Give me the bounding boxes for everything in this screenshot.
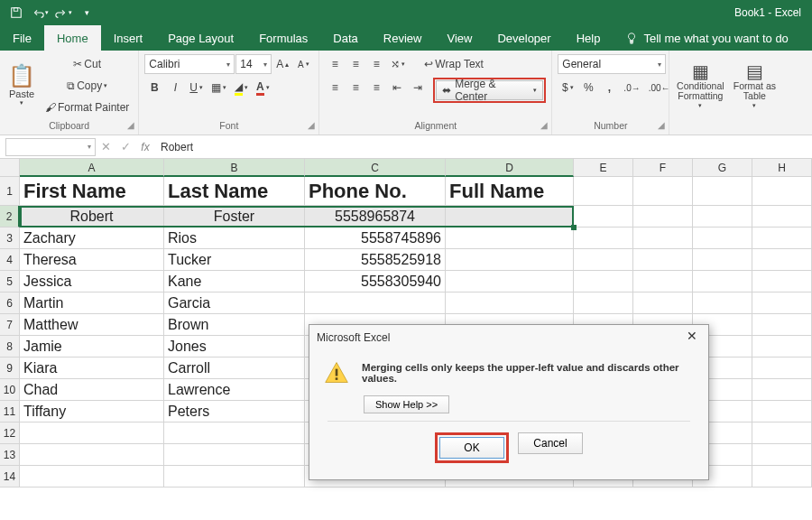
align-middle-button[interactable]: ≡ — [346, 54, 365, 74]
cell[interactable] — [164, 422, 305, 444]
cell[interactable] — [752, 422, 812, 444]
cell[interactable]: Peters — [164, 401, 305, 422]
cell[interactable] — [693, 177, 752, 206]
bold-button[interactable]: B — [144, 78, 164, 98]
cell[interactable] — [574, 271, 633, 292]
increase-font-button[interactable]: A▴ — [272, 54, 292, 74]
cell[interactable] — [633, 271, 693, 292]
row-header[interactable]: 8 — [0, 336, 20, 358]
align-right-button[interactable]: ≡ — [366, 78, 386, 98]
increase-decimal-button[interactable]: .0→ — [620, 78, 643, 98]
cell[interactable] — [574, 249, 633, 271]
comma-button[interactable]: , — [599, 78, 619, 98]
cell[interactable] — [446, 228, 574, 249]
tab-formulas[interactable]: Formulas — [246, 25, 320, 51]
number-format-combo[interactable]: General▾ — [558, 54, 666, 74]
align-top-button[interactable]: ≡ — [325, 54, 345, 74]
cell[interactable] — [305, 292, 446, 314]
enter-icon[interactable]: ✓ — [115, 140, 135, 153]
conditional-formatting-button[interactable]: ▦ Conditional Formatting▾ — [675, 54, 725, 116]
cell[interactable]: Phone No. — [305, 177, 446, 206]
cell[interactable] — [633, 206, 693, 228]
selection-handle[interactable] — [571, 225, 577, 230]
show-help-button[interactable]: Show Help >> — [364, 395, 449, 413]
cell[interactable] — [752, 336, 812, 358]
cell[interactable] — [752, 444, 812, 466]
cell[interactable]: Garcia — [164, 292, 305, 314]
borders-button[interactable]: ▦▾ — [208, 78, 230, 98]
merge-center-button[interactable]: ⬌ Merge & Center ▾ — [436, 80, 543, 100]
save-icon[interactable] — [5, 2, 27, 23]
fx-icon[interactable]: fx — [135, 141, 155, 153]
select-all-corner[interactable] — [0, 159, 20, 177]
cell[interactable]: First Name — [20, 177, 164, 206]
cell[interactable]: 5558525918 — [305, 249, 446, 271]
qat-customize-icon[interactable]: ▾ — [76, 2, 97, 23]
col-header-d[interactable]: D — [446, 159, 574, 177]
cell[interactable] — [752, 206, 812, 228]
cell[interactable]: 5558965874 — [305, 206, 446, 228]
clipboard-launcher-icon[interactable]: ◢ — [127, 120, 134, 130]
col-header-b[interactable]: B — [164, 159, 305, 177]
tab-data[interactable]: Data — [320, 25, 370, 51]
cell[interactable] — [633, 292, 693, 314]
row-header[interactable]: 7 — [0, 314, 20, 336]
cell[interactable] — [633, 177, 693, 206]
font-color-button[interactable]: A▾ — [253, 78, 273, 98]
cell[interactable] — [633, 249, 693, 271]
cell[interactable]: Brown — [164, 314, 305, 336]
cell[interactable] — [446, 292, 574, 314]
format-as-table-button[interactable]: ▤ Format as Table▾ — [729, 54, 780, 116]
align-left-button[interactable]: ≡ — [325, 78, 345, 98]
cell[interactable]: 5558745896 — [305, 228, 446, 249]
cell[interactable]: Martin — [20, 292, 164, 314]
cell[interactable] — [752, 379, 812, 401]
font-launcher-icon[interactable]: ◢ — [308, 120, 315, 130]
cell[interactable] — [20, 466, 164, 488]
tab-page-layout[interactable]: Page Layout — [155, 25, 246, 51]
undo-icon[interactable]: ▾ — [29, 2, 51, 23]
cell[interactable] — [752, 228, 812, 249]
cell[interactable] — [693, 292, 752, 314]
ok-button[interactable]: OK — [439, 437, 504, 459]
cell[interactable] — [752, 249, 812, 271]
align-center-button[interactable]: ≡ — [346, 78, 365, 98]
tab-help[interactable]: Help — [564, 25, 614, 51]
font-size-combo[interactable]: 14▾ — [235, 54, 272, 74]
tab-review[interactable]: Review — [371, 25, 435, 51]
col-header-a[interactable]: A — [20, 159, 164, 177]
row-header[interactable]: 3 — [0, 228, 20, 249]
row-header[interactable]: 14 — [0, 466, 20, 488]
cell[interactable]: Chad — [20, 379, 164, 401]
col-header-f[interactable]: F — [633, 159, 693, 177]
cell[interactable]: Matthew — [20, 314, 164, 336]
cell[interactable] — [633, 228, 693, 249]
cell[interactable]: Kiara — [20, 358, 164, 379]
cell[interactable] — [693, 271, 752, 292]
tab-home[interactable]: Home — [44, 25, 101, 51]
cell[interactable] — [752, 271, 812, 292]
decrease-indent-button[interactable]: ⇤ — [387, 78, 407, 98]
orientation-button[interactable]: ⤭▾ — [387, 54, 409, 74]
close-icon[interactable]: ✕ — [683, 329, 701, 347]
cell[interactable] — [446, 271, 574, 292]
format-painter-button[interactable]: 🖌Format Painter — [42, 98, 133, 117]
percent-button[interactable]: % — [578, 78, 598, 98]
cell[interactable]: Kane — [164, 271, 305, 292]
increase-indent-button[interactable]: ⇥ — [408, 78, 428, 98]
cell[interactable] — [446, 206, 574, 228]
cell[interactable] — [164, 466, 305, 488]
cell[interactable]: Full Name — [446, 177, 574, 206]
cell[interactable]: Jessica — [20, 271, 164, 292]
cell[interactable]: Lawrence — [164, 379, 305, 401]
cell[interactable] — [752, 358, 812, 379]
tab-file[interactable]: File — [0, 25, 44, 51]
tab-insert[interactable]: Insert — [101, 25, 156, 51]
number-launcher-icon[interactable]: ◢ — [658, 120, 665, 130]
underline-button[interactable]: U▾ — [186, 78, 207, 98]
cell[interactable] — [752, 292, 812, 314]
col-header-c[interactable]: C — [305, 159, 446, 177]
cell[interactable]: Foster — [164, 206, 305, 228]
row-header[interactable]: 12 — [0, 422, 20, 444]
cell[interactable] — [693, 206, 752, 228]
